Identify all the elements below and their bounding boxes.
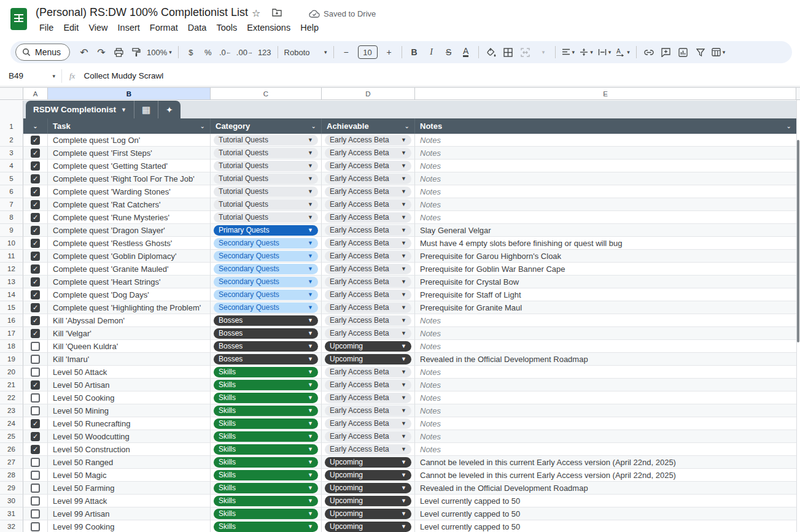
chevron-down-icon[interactable]: ▼ bbox=[308, 251, 313, 261]
chevron-down-icon[interactable]: ▼ bbox=[401, 483, 406, 493]
achievable-chip[interactable]: Early Access Beta▼ bbox=[325, 418, 411, 429]
achievable-cell[interactable]: Early Access Beta▼ bbox=[322, 224, 415, 237]
category-cell[interactable]: Secondary Quests▼ bbox=[211, 288, 322, 301]
checkbox-cell[interactable]: ✓ bbox=[23, 224, 48, 237]
notes-cell[interactable]: Notes bbox=[415, 340, 796, 353]
category-cell[interactable]: Skills▼ bbox=[211, 456, 322, 469]
achievable-cell[interactable]: Early Access Beta▼ bbox=[322, 237, 415, 250]
achievable-cell[interactable]: Early Access Beta▼ bbox=[322, 276, 415, 288]
chevron-down-icon[interactable]: ▼ bbox=[401, 251, 406, 261]
chevron-down-icon[interactable]: ▼ bbox=[308, 380, 313, 390]
achievable-chip[interactable]: Early Access Beta▼ bbox=[325, 187, 411, 197]
vertical-scrollbar[interactable] bbox=[796, 100, 800, 532]
task-checkbox[interactable] bbox=[31, 458, 40, 467]
task-cell[interactable]: Complete quest 'Dog Days' bbox=[48, 288, 211, 301]
table-menu-chevron-icon[interactable]: ▼ bbox=[121, 107, 126, 113]
achievable-chip[interactable]: Early Access Beta▼ bbox=[325, 251, 411, 261]
task-cell[interactable]: Complete quest 'Log On' bbox=[48, 134, 211, 147]
saved-status[interactable]: Saved to Drive bbox=[309, 9, 376, 18]
notes-cell[interactable]: Notes bbox=[415, 379, 796, 391]
category-chip[interactable]: Secondary Quests▼ bbox=[214, 251, 318, 261]
category-cell[interactable]: Skills▼ bbox=[211, 482, 322, 495]
filter-chevron-icon[interactable]: ⌄ bbox=[311, 123, 316, 129]
menu-tools[interactable]: Tools bbox=[211, 21, 242, 34]
create-filter-button[interactable] bbox=[693, 44, 709, 60]
task-cell[interactable]: Level 50 Attack bbox=[48, 366, 211, 379]
notes-cell[interactable]: Prerequisite for Granite Maul bbox=[415, 301, 796, 314]
task-checkbox[interactable]: ✓ bbox=[31, 187, 40, 196]
achievable-cell[interactable]: Upcoming▼ bbox=[322, 482, 415, 495]
chevron-down-icon[interactable]: ▼ bbox=[401, 457, 406, 468]
chevron-down-icon[interactable]: ▼ bbox=[401, 174, 406, 184]
menu-data[interactable]: Data bbox=[183, 21, 212, 34]
achievable-chip[interactable]: Early Access Beta▼ bbox=[325, 277, 411, 287]
task-checkbox[interactable]: ✓ bbox=[31, 316, 40, 325]
checkbox-cell[interactable]: ✓ bbox=[23, 198, 48, 211]
menu-edit[interactable]: Edit bbox=[58, 21, 83, 34]
document-title[interactable]: (Personal) RS:DW 100% Completionist List bbox=[36, 6, 248, 19]
task-checkbox[interactable]: ✓ bbox=[31, 213, 40, 222]
table-name-tab[interactable]: RSDW Completionist ▼ ▦ ✦ bbox=[26, 101, 181, 118]
task-checkbox[interactable] bbox=[31, 393, 40, 403]
notes-cell[interactable]: Level currently capped to 50 bbox=[415, 507, 796, 520]
achievable-cell[interactable]: Early Access Beta▼ bbox=[322, 366, 415, 379]
decrease-decimal-button[interactable]: .0← bbox=[217, 44, 233, 60]
text-color-button[interactable]: A bbox=[458, 44, 474, 60]
checkbox-cell[interactable]: ✓ bbox=[23, 237, 48, 250]
achievable-chip[interactable]: Early Access Beta▼ bbox=[325, 444, 411, 455]
borders-button[interactable] bbox=[500, 44, 516, 60]
row-number[interactable]: 32 bbox=[0, 520, 23, 532]
vertical-align-button[interactable]: ▾ bbox=[578, 44, 595, 60]
category-cell[interactable]: Secondary Quests▼ bbox=[211, 276, 322, 288]
task-checkbox[interactable] bbox=[31, 496, 40, 506]
achievable-cell[interactable]: Early Access Beta▼ bbox=[322, 417, 415, 430]
achievable-chip[interactable]: Upcoming▼ bbox=[325, 509, 411, 519]
category-cell[interactable]: Tutorial Quests▼ bbox=[211, 160, 322, 172]
task-checkbox[interactable]: ✓ bbox=[31, 445, 40, 454]
task-checkbox[interactable]: ✓ bbox=[31, 148, 40, 158]
menus-search-button[interactable]: Menus bbox=[15, 44, 70, 61]
chevron-down-icon[interactable]: ▼ bbox=[308, 238, 313, 249]
category-cell[interactable]: Skills▼ bbox=[211, 366, 322, 379]
row-number[interactable]: 9 bbox=[0, 224, 23, 237]
task-cell[interactable]: Level 50 Ranged bbox=[48, 456, 211, 469]
row-number[interactable]: 25 bbox=[0, 430, 23, 443]
task-cell[interactable]: Kill 'Imaru' bbox=[48, 353, 211, 366]
chevron-down-icon[interactable]: ▼ bbox=[401, 199, 406, 210]
chevron-down-icon[interactable]: ▼ bbox=[308, 264, 313, 274]
category-chip[interactable]: Skills▼ bbox=[214, 367, 318, 377]
task-cell[interactable]: Level 50 Artisan bbox=[48, 379, 211, 391]
checkbox-cell[interactable]: ✓ bbox=[23, 314, 48, 327]
increase-font-size-button[interactable]: + bbox=[381, 44, 397, 60]
checkbox-cell[interactable]: ✓ bbox=[23, 185, 48, 198]
task-checkbox[interactable] bbox=[31, 342, 40, 351]
print-button[interactable] bbox=[111, 44, 126, 60]
achievable-cell[interactable]: Upcoming▼ bbox=[322, 469, 415, 482]
achievable-cell[interactable]: Early Access Beta▼ bbox=[322, 443, 415, 456]
chevron-down-icon[interactable]: ▼ bbox=[308, 418, 313, 429]
chevron-down-icon[interactable]: ▼ bbox=[308, 290, 313, 300]
checkbox-cell[interactable]: ✓ bbox=[23, 417, 48, 430]
task-checkbox[interactable] bbox=[31, 509, 40, 519]
task-cell[interactable]: Kill 'Queen Kuldra' bbox=[48, 340, 211, 353]
task-checkbox[interactable]: ✓ bbox=[31, 264, 40, 274]
category-cell[interactable]: Skills▼ bbox=[211, 469, 322, 482]
category-cell[interactable]: Secondary Quests▼ bbox=[211, 237, 322, 250]
table-tools-button[interactable]: ▾ bbox=[710, 44, 728, 60]
category-chip[interactable]: Skills▼ bbox=[214, 470, 318, 480]
checkbox-cell[interactable] bbox=[23, 482, 48, 495]
task-cell[interactable]: Complete quest 'Highlighting the Problem… bbox=[48, 301, 211, 314]
category-cell[interactable]: Tutorial Quests▼ bbox=[211, 185, 322, 198]
category-chip[interactable]: Bosses▼ bbox=[214, 328, 318, 339]
category-chip[interactable]: Bosses▼ bbox=[214, 354, 318, 364]
category-cell[interactable]: Bosses▼ bbox=[211, 314, 322, 327]
menu-view[interactable]: View bbox=[83, 21, 112, 34]
achievable-cell[interactable]: Early Access Beta▼ bbox=[322, 160, 415, 172]
achievable-cell[interactable]: Early Access Beta▼ bbox=[322, 147, 415, 160]
achievable-chip[interactable]: Early Access Beta▼ bbox=[325, 135, 411, 145]
chevron-down-icon[interactable]: ▼ bbox=[308, 212, 313, 223]
checkbox-cell[interactable] bbox=[23, 469, 48, 482]
chevron-down-icon[interactable]: ▼ bbox=[401, 290, 406, 300]
category-chip[interactable]: Tutorial Quests▼ bbox=[214, 148, 318, 158]
task-checkbox[interactable] bbox=[31, 484, 40, 493]
